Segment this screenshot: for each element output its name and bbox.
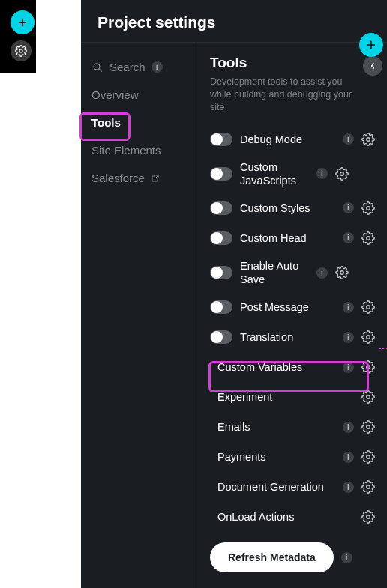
info-icon[interactable]: i xyxy=(343,232,354,243)
gear-icon xyxy=(362,133,375,146)
svg-point-7 xyxy=(367,306,370,309)
svg-point-14 xyxy=(367,515,370,519)
svg-point-9 xyxy=(367,366,370,369)
info-icon[interactable]: i xyxy=(343,452,354,463)
info-icon[interactable]: i xyxy=(343,422,354,433)
svg-point-3 xyxy=(340,172,344,176)
sidebar-search[interactable]: Search i xyxy=(81,53,196,81)
add-button-right[interactable] xyxy=(359,33,383,57)
gear-icon xyxy=(15,45,27,57)
plus-icon xyxy=(365,39,377,51)
tool-settings-button[interactable] xyxy=(335,167,349,181)
gear-icon xyxy=(362,330,375,344)
tool-settings-button[interactable] xyxy=(362,300,375,314)
settings-button[interactable] xyxy=(10,40,32,61)
refresh-row: Refresh Metadata i xyxy=(210,542,375,572)
guide-dots xyxy=(380,348,387,349)
sidebar-item-site-elements[interactable]: Site Elements xyxy=(81,136,196,164)
back-button[interactable] xyxy=(363,56,382,76)
svg-point-5 xyxy=(367,237,370,240)
toggle-switch[interactable] xyxy=(210,231,232,245)
svg-point-0 xyxy=(20,49,22,52)
gear-icon xyxy=(362,360,375,374)
tool-row[interactable]: Document Generationi xyxy=(210,472,375,502)
tool-settings-button[interactable] xyxy=(362,201,375,215)
toggle-switch[interactable] xyxy=(210,167,232,181)
tools-content: Tools Development tools to assist you wh… xyxy=(196,43,387,588)
panel-header: Project settings xyxy=(81,0,387,43)
gear-icon xyxy=(362,420,375,434)
gear-icon xyxy=(362,390,375,404)
tools-description: Development tools to assist you while bu… xyxy=(210,76,352,114)
tool-label: Document Generation xyxy=(218,480,335,494)
tool-settings-button[interactable] xyxy=(362,510,375,524)
svg-point-4 xyxy=(367,207,370,210)
sidebar-item-label: Overview xyxy=(92,88,139,101)
tool-settings-button[interactable] xyxy=(362,450,375,464)
tool-row[interactable]: Custom Headi xyxy=(210,223,375,253)
toggle-switch[interactable] xyxy=(210,201,232,215)
svg-point-2 xyxy=(367,137,370,141)
toggle-switch[interactable] xyxy=(210,266,232,279)
info-icon[interactable]: i xyxy=(343,332,354,343)
sidebar-item-tools[interactable]: Tools xyxy=(81,109,196,136)
tool-row[interactable]: Post Messagei xyxy=(210,292,375,322)
sidebar-item-label: Salesforce xyxy=(92,172,145,184)
svg-point-12 xyxy=(367,455,370,459)
sidebar-item-salesforce[interactable]: Salesforce xyxy=(81,164,196,192)
gear-icon xyxy=(362,450,375,464)
tool-settings-button[interactable] xyxy=(362,231,375,245)
info-icon[interactable]: i xyxy=(343,302,354,313)
settings-sidebar: Search i Overview Tools Site Elements Sa… xyxy=(81,43,196,588)
tool-row[interactable]: Custom Variablesi xyxy=(210,352,375,382)
tool-row[interactable]: Emailsi xyxy=(210,412,375,442)
panel-body: Search i Overview Tools Site Elements Sa… xyxy=(81,43,387,588)
tool-settings-button[interactable] xyxy=(362,480,375,494)
tool-row[interactable]: Experiment xyxy=(210,382,375,412)
toggle-switch[interactable] xyxy=(210,300,232,314)
info-icon[interactable]: i xyxy=(343,362,354,373)
chevron-left-icon xyxy=(368,61,377,70)
tool-row[interactable]: Translationi xyxy=(210,322,375,352)
tool-label: Experiment xyxy=(218,390,354,404)
tool-list: Debug ModeiCustom JavaScriptsiCustom Sty… xyxy=(210,124,375,533)
tool-settings-button[interactable] xyxy=(335,266,349,279)
tool-row[interactable]: Debug Modei xyxy=(210,124,375,154)
tool-label: Payments xyxy=(218,450,335,464)
panel-title: Project settings xyxy=(98,13,370,31)
info-icon[interactable]: i xyxy=(316,168,328,179)
tool-label: Post Message xyxy=(240,300,335,314)
tool-settings-button[interactable] xyxy=(362,360,375,374)
tool-settings-button[interactable] xyxy=(362,330,375,344)
search-icon xyxy=(92,61,104,73)
add-button[interactable] xyxy=(10,10,34,34)
tool-label: Custom Styles xyxy=(240,201,335,215)
tool-row[interactable]: Custom Stylesi xyxy=(210,193,375,223)
tool-settings-button[interactable] xyxy=(362,420,375,434)
info-icon[interactable]: i xyxy=(343,133,354,145)
toggle-switch[interactable] xyxy=(210,330,232,344)
sidebar-item-label: Tools xyxy=(92,116,121,129)
toggle-switch[interactable] xyxy=(210,133,232,146)
refresh-metadata-button[interactable]: Refresh Metadata xyxy=(210,542,334,572)
info-icon: i xyxy=(152,61,163,73)
sidebar-item-overview[interactable]: Overview xyxy=(81,81,196,109)
tools-title: Tools xyxy=(210,55,375,71)
gear-icon xyxy=(335,167,349,181)
tool-row[interactable]: Enable Auto Savei xyxy=(210,253,375,292)
tool-settings-button[interactable] xyxy=(362,133,375,146)
gear-icon xyxy=(362,510,375,524)
tool-row[interactable]: Paymentsi xyxy=(210,442,375,472)
svg-point-8 xyxy=(367,336,370,339)
info-icon: i xyxy=(341,552,352,563)
tool-settings-button[interactable] xyxy=(362,390,375,404)
tool-row[interactable]: OnLoad Actions xyxy=(210,502,375,532)
gear-icon xyxy=(362,300,375,314)
info-icon[interactable]: i xyxy=(316,267,328,279)
tool-label: Debug Mode xyxy=(240,133,335,146)
external-link-icon xyxy=(151,174,160,183)
tool-row[interactable]: Custom JavaScriptsi xyxy=(210,154,375,193)
settings-panel: Project settings Search i Overview Tools… xyxy=(81,0,387,588)
info-icon[interactable]: i xyxy=(343,482,354,493)
info-icon[interactable]: i xyxy=(343,202,354,213)
